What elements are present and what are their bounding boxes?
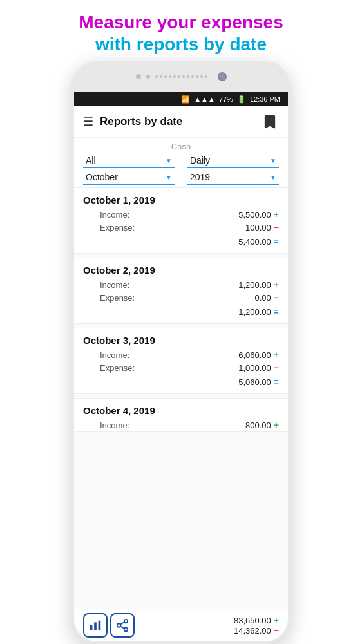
bottom-total-row-2: 14,362.00 − — [234, 625, 279, 636]
share-button[interactable] — [110, 613, 135, 638]
filter-daily[interactable]: Daily ▼ — [187, 154, 279, 168]
income-label-1: Income: — [100, 210, 151, 220]
expense-value-wrap-2: 0.00 − — [151, 292, 279, 303]
expense-row-3: Expense: 1,000.00 − — [74, 361, 288, 374]
expense-sign-3: − — [274, 363, 279, 373]
bottom-icons — [83, 613, 135, 638]
bottom-total-row-1: 83,650.00 + — [234, 615, 279, 625]
income-row-2: Income: 1,200.00 + — [74, 278, 288, 291]
total-row-2: 1,200.00 = — [74, 304, 288, 323]
income-row-1: Income: 5,500.00 + — [74, 208, 288, 221]
expense-value-1: 100.00 — [245, 223, 271, 232]
sensor-dot-1 — [136, 74, 141, 79]
bottom-total-sign-1: + — [274, 615, 279, 625]
sensor-dot-2 — [146, 75, 150, 79]
income-value-2: 1,200.00 — [238, 280, 271, 290]
filter-row-1: All ▼ Daily ▼ — [83, 154, 279, 168]
bottom-bar: 83,650.00 + 14,362.00 − — [74, 609, 288, 641]
content-list: October 1, 2019 Income: 5,500.00 + Expen… — [74, 187, 288, 609]
date-header-2: October 2, 2019 — [74, 258, 288, 278]
income-value-1: 5,500.00 — [238, 210, 271, 220]
svg-rect-1 — [94, 622, 97, 630]
time-display: 12:36 PM — [250, 95, 280, 103]
svg-line-7 — [120, 622, 124, 625]
sensor-pill-9 — [191, 75, 194, 78]
sensor-pill-10 — [196, 75, 198, 78]
expense-row-1: Expense: 100.00 − — [74, 221, 288, 234]
phone-screen: 📶 ▲▲▲ 77% 🔋 12:36 PM ☰ Reports by date C… — [74, 92, 288, 641]
bookmark-icon — [261, 113, 279, 131]
filter-year[interactable]: 2019 ▼ — [187, 171, 279, 185]
expense-label-2: Expense: — [100, 293, 151, 303]
filter-all-arrow: ▼ — [166, 157, 172, 164]
income-value-4: 800.00 — [245, 421, 271, 430]
header-line2: with reports by date — [79, 33, 283, 55]
date-section-4: October 4, 2019 Income: 800.00 + — [74, 398, 288, 432]
svg-point-5 — [124, 628, 128, 632]
filter-row-2: October ▼ 2019 ▼ — [83, 171, 279, 185]
status-bar: 📶 ▲▲▲ 77% 🔋 12:36 PM — [74, 92, 288, 106]
sensor-pill-2 — [160, 75, 162, 78]
wifi-icon: 📶 — [181, 95, 190, 104]
bottom-total-value-2: 14,362.00 — [234, 626, 271, 636]
income-row-4: Income: 800.00 + — [74, 419, 288, 431]
bottom-totals: 83,650.00 + 14,362.00 − — [141, 615, 279, 636]
income-label-3: Income: — [100, 350, 151, 360]
total-value-3: 5,060.00 — [238, 377, 271, 387]
filter-year-arrow: ▼ — [270, 174, 276, 181]
filter-all[interactable]: All ▼ — [83, 154, 175, 168]
filter-month-label: October — [86, 172, 118, 182]
phone-shell: 📶 ▲▲▲ 77% 🔋 12:36 PM ☰ Reports by date C… — [71, 61, 291, 644]
expense-value-wrap-3: 1,000.00 − — [151, 363, 279, 373]
income-sign-1: + — [274, 209, 279, 220]
filter-year-label: 2019 — [190, 172, 210, 182]
sensor-pill-5 — [173, 75, 176, 78]
filter-all-label: All — [86, 155, 96, 166]
expense-value-wrap-1: 100.00 − — [151, 222, 279, 232]
bar-chart-button[interactable] — [83, 613, 108, 638]
date-header-3: October 3, 2019 — [74, 328, 288, 348]
sensor-pill-8 — [187, 75, 189, 78]
filter-month[interactable]: October ▼ — [83, 171, 175, 185]
income-value-wrap-2: 1,200.00 + — [151, 279, 279, 290]
sensor-pill-3 — [164, 75, 167, 78]
menu-icon[interactable]: ☰ — [83, 115, 93, 129]
svg-point-3 — [124, 620, 128, 623]
app-title: Reports by date — [100, 115, 261, 128]
battery-icon: 🔋 — [237, 95, 246, 104]
date-section-3: October 3, 2019 Income: 6,060.00 + Expen… — [74, 328, 288, 394]
share-icon — [115, 618, 129, 632]
svg-point-4 — [117, 623, 121, 627]
expense-label-1: Expense: — [100, 223, 151, 232]
expense-row-2: Expense: 0.00 − — [74, 291, 288, 304]
income-value-3: 6,060.00 — [238, 350, 271, 360]
income-sign-2: + — [274, 279, 279, 290]
total-row-1: 5,400.00 = — [74, 234, 288, 253]
income-label-4: Income: — [100, 421, 151, 430]
sensor-pill-1 — [155, 75, 158, 78]
income-value-wrap-1: 5,500.00 + — [151, 209, 279, 220]
expense-sign-1: − — [274, 222, 279, 232]
svg-line-6 — [120, 626, 124, 629]
camera-dot — [218, 72, 227, 81]
battery-level: 77% — [219, 95, 233, 103]
filter-daily-label: Daily — [190, 155, 210, 166]
svg-rect-2 — [99, 621, 101, 630]
phone-top — [71, 61, 291, 92]
income-row-3: Income: 6,060.00 + — [74, 348, 288, 361]
filter-month-arrow: ▼ — [166, 174, 172, 181]
total-value-2: 1,200.00 — [238, 307, 271, 317]
expense-value-2: 0.00 — [255, 293, 271, 303]
sensor-pill-4 — [169, 75, 171, 78]
app-bar: ☰ Reports by date — [74, 106, 288, 138]
signal-icon: ▲▲▲ — [194, 95, 215, 103]
income-value-wrap-4: 800.00 + — [151, 420, 279, 430]
cash-label: Cash — [83, 142, 279, 151]
total-sign-1: = — [274, 236, 279, 247]
total-sign-2: = — [274, 307, 279, 317]
sensor-pill-6 — [178, 75, 180, 78]
filter-daily-arrow: ▼ — [270, 157, 276, 164]
header-section: Measure your expenses with reports by da… — [66, 0, 296, 61]
sensor-line — [155, 75, 207, 78]
total-row-3: 5,060.00 = — [74, 374, 288, 393]
